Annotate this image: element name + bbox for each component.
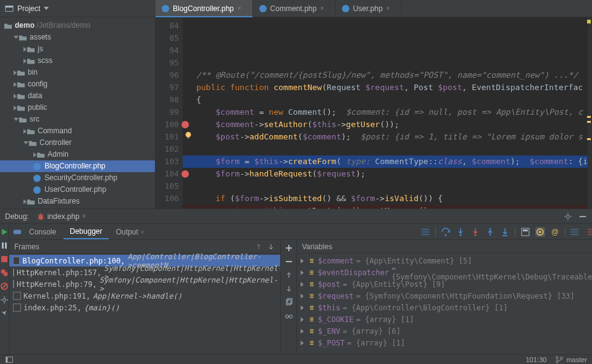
settings-icon[interactable] — [0, 296, 9, 304]
variable-row[interactable]: ≡ $this = {App\Controller\BlogController… — [297, 302, 592, 313]
tree-folder[interactable]: DataFixtures — [0, 196, 155, 207]
force-step-into-icon[interactable] — [470, 227, 480, 237]
tree-folder[interactable]: public — [0, 102, 155, 114]
tab-output[interactable]: Output× — [110, 225, 151, 239]
variable-row[interactable]: ≡ $eventDispatcher = {Symfony\Component\… — [297, 267, 592, 278]
at-icon[interactable]: @ — [550, 227, 560, 237]
tree-file[interactable]: BlogController.php — [0, 160, 155, 172]
php-badge-icon — [13, 228, 22, 236]
watch-up-icon[interactable] — [285, 271, 293, 279]
code-line[interactable] — [196, 57, 588, 69]
tab-console[interactable]: Console — [23, 225, 62, 239]
arrow-down-icon[interactable] — [267, 242, 275, 251]
frame-row[interactable]: index.php:25, {main}() — [9, 302, 280, 313]
stop-icon[interactable] — [0, 255, 9, 263]
view-breakpoints-icon[interactable] — [0, 268, 9, 277]
svg-rect-11 — [5, 242, 7, 249]
variable-row[interactable]: ≡ $_COOKIE = {array} [1] — [297, 313, 592, 325]
editor-tab[interactable]: Comment.php× — [253, 0, 336, 17]
chevron-right-icon[interactable] — [301, 270, 304, 275]
tree-folder[interactable]: data — [0, 90, 155, 102]
code-line[interactable] — [196, 180, 588, 192]
project-tree[interactable]: demo /JetBrains/demo assets js scss bin … — [0, 17, 156, 209]
list-icon[interactable] — [570, 227, 580, 237]
code-line[interactable]: $form->handleRequest($request); — [196, 168, 588, 180]
tree-root[interactable]: demo /JetBrains/demo — [0, 20, 155, 31]
code-line[interactable] — [196, 143, 588, 155]
glasses-icon[interactable] — [285, 312, 293, 320]
show-exec-point-icon[interactable] — [420, 227, 430, 237]
tree-label: Admin — [48, 149, 69, 160]
chevron-right-icon[interactable] — [301, 317, 304, 322]
variable-row[interactable]: ≡ $_POST = {array} [1] — [297, 337, 592, 349]
arrow-up-icon[interactable] — [254, 242, 263, 251]
close-icon[interactable]: × — [238, 5, 241, 12]
close-icon[interactable]: × — [386, 5, 390, 12]
tree-folder[interactable]: Admin — [0, 149, 155, 160]
tree-folder[interactable]: src — [0, 114, 155, 125]
evaluate-icon[interactable] — [520, 227, 530, 237]
variable-row[interactable]: ≡ $_ENV = {array} [6] — [297, 325, 592, 337]
error-stripe[interactable] — [588, 17, 592, 209]
intention-bulb-icon[interactable] — [184, 131, 193, 139]
tree-folder[interactable]: Controller — [0, 137, 155, 149]
editor-code[interactable]: /** @Route("/comment/{postSlug}/new", me… — [183, 17, 588, 209]
pause-icon[interactable] — [0, 241, 9, 250]
chevron-right-icon[interactable] — [301, 282, 304, 287]
code-line[interactable]: if ($form->isSubmitted() && $form->isVal… — [196, 192, 588, 205]
pin-icon[interactable] — [0, 309, 9, 318]
remove-watch-icon[interactable] — [285, 257, 293, 266]
watch-down-icon[interactable] — [285, 284, 293, 293]
code-line[interactable]: $post->addComment($comment); $post: {id … — [196, 131, 588, 143]
marker[interactable] — [587, 116, 591, 118]
trace-icon[interactable] — [535, 227, 545, 237]
tree-folder[interactable]: Command — [0, 125, 155, 137]
close-icon[interactable]: × — [82, 213, 86, 220]
mute-breakpoints-icon[interactable] — [0, 282, 9, 291]
git-branch[interactable]: master — [555, 355, 587, 364]
close-icon[interactable]: × — [320, 5, 324, 12]
code-line[interactable]: $form = $this->createForm( type: Comment… — [183, 155, 588, 168]
tree-folder[interactable]: js — [0, 43, 155, 55]
frame-row[interactable]: HttpKernel.php:79, Symfony|Component|Htt… — [9, 278, 280, 290]
tree-folder[interactable]: assets — [0, 31, 155, 43]
chevron-right-icon[interactable] — [301, 259, 304, 263]
code-line[interactable]: { — [196, 94, 588, 106]
add-watch-icon[interactable] — [285, 244, 293, 252]
tree-folder[interactable]: config — [0, 78, 155, 90]
step-out-icon[interactable] — [485, 227, 495, 237]
step-over-icon[interactable] — [441, 227, 451, 237]
editor-tab[interactable]: User.php× — [336, 0, 402, 17]
variable-row[interactable]: ≡ $request = {Symfony\Component\HttpFoun… — [297, 290, 592, 302]
code-line[interactable]: /** @Route("/comment/{postSlug}/new", me… — [196, 69, 588, 81]
close-icon[interactable]: × — [141, 229, 144, 236]
code-line[interactable]: $comment = new Comment(); $comment: {id … — [196, 106, 588, 118]
gear-icon[interactable] — [564, 212, 572, 221]
marker[interactable] — [587, 121, 591, 123]
code-line[interactable]: $comment->setAuthor($this->getUser()); — [196, 118, 588, 131]
list-add-icon[interactable] — [585, 227, 592, 237]
tool-window-icon[interactable] — [5, 355, 14, 364]
chevron-right-icon[interactable] — [301, 329, 304, 334]
minimize-icon[interactable] — [578, 212, 587, 221]
tree-file[interactable]: UserController.php — [0, 184, 155, 196]
debug-session-tab[interactable]: index.php × — [36, 212, 86, 221]
tree-file[interactable]: SecurityController.php — [0, 172, 155, 184]
resume-icon[interactable] — [0, 228, 9, 236]
run-to-cursor-icon[interactable] — [500, 227, 510, 237]
project-dropdown[interactable]: Project — [5, 4, 49, 13]
chevron-right-icon[interactable] — [301, 305, 304, 310]
editor-tab[interactable]: BlogController.php× — [156, 0, 253, 17]
svg-point-42 — [561, 357, 563, 359]
warning-marker[interactable] — [587, 20, 591, 23]
tab-debugger[interactable]: Debugger — [64, 225, 109, 239]
code-line[interactable]: public function commentNew(Request $requ… — [196, 81, 588, 94]
chevron-right-icon[interactable] — [301, 341, 304, 345]
chevron-right-icon[interactable] — [301, 294, 304, 299]
step-into-icon[interactable] — [456, 227, 465, 237]
marker[interactable] — [587, 138, 591, 140]
tree-folder[interactable]: bin — [0, 67, 155, 78]
copy-icon[interactable] — [285, 298, 293, 307]
editor[interactable]: 8485949596979899100101102103104105106 /*… — [156, 17, 592, 209]
tree-folder[interactable]: scss — [0, 55, 155, 67]
